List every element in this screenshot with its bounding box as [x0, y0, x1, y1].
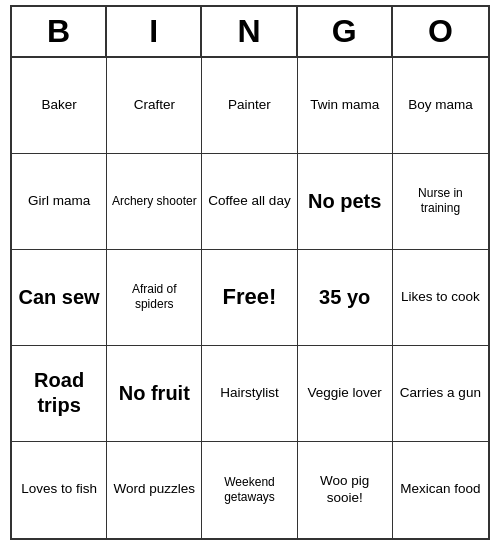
- header-letter: G: [298, 7, 393, 56]
- bingo-cell: Likes to cook: [393, 250, 488, 346]
- bingo-cell: Painter: [202, 58, 297, 154]
- bingo-cell: Crafter: [107, 58, 202, 154]
- bingo-cell: Free!: [202, 250, 297, 346]
- bingo-card: BINGO BakerCrafterPainterTwin mamaBoy ma…: [10, 5, 490, 540]
- bingo-cell: Archery shooter: [107, 154, 202, 250]
- bingo-cell: Veggie lover: [298, 346, 393, 442]
- bingo-cell: Loves to fish: [12, 442, 107, 538]
- bingo-cell: Boy mama: [393, 58, 488, 154]
- bingo-cell: Girl mama: [12, 154, 107, 250]
- bingo-cell: Baker: [12, 58, 107, 154]
- header-letter: O: [393, 7, 488, 56]
- bingo-cell: Weekend getaways: [202, 442, 297, 538]
- header-letter: I: [107, 7, 202, 56]
- header-letter: N: [202, 7, 297, 56]
- bingo-cell: Nurse in training: [393, 154, 488, 250]
- bingo-cell: Mexican food: [393, 442, 488, 538]
- bingo-cell: Hairstylist: [202, 346, 297, 442]
- header-letter: B: [12, 7, 107, 56]
- bingo-cell: Can sew: [12, 250, 107, 346]
- bingo-cell: Carries a gun: [393, 346, 488, 442]
- bingo-cell: Twin mama: [298, 58, 393, 154]
- bingo-cell: No fruit: [107, 346, 202, 442]
- bingo-grid: BakerCrafterPainterTwin mamaBoy mamaGirl…: [12, 58, 488, 538]
- bingo-cell: Word puzzles: [107, 442, 202, 538]
- bingo-cell: Coffee all day: [202, 154, 297, 250]
- bingo-header: BINGO: [12, 7, 488, 58]
- bingo-cell: Afraid of spiders: [107, 250, 202, 346]
- bingo-cell: 35 yo: [298, 250, 393, 346]
- bingo-cell: No pets: [298, 154, 393, 250]
- bingo-cell: Woo pig sooie!: [298, 442, 393, 538]
- bingo-cell: Road trips: [12, 346, 107, 442]
